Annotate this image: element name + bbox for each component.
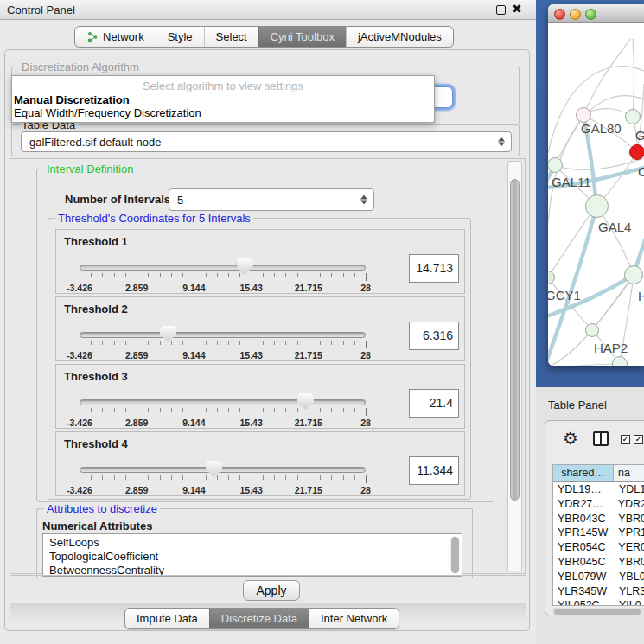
network-node-bottom[interactable] xyxy=(612,356,628,366)
attributes-group: Attributes to discretize Numerical Attri… xyxy=(36,508,473,579)
node-label: GAL11 xyxy=(552,175,591,189)
checkbox-icon[interactable]: ✓ xyxy=(621,435,630,444)
tab-discretize-data[interactable]: Discretize Data xyxy=(209,609,309,628)
threshold-4-panel: Threshold 4 -3.426 2.859 9.144 15.43 21.… xyxy=(55,431,465,496)
top-tab-bar: Network Style Select Cyni Toolbox jActiv… xyxy=(74,26,454,48)
network-canvas[interactable]: GAL80 G C GAL11 GAL4 GCY1 H HAP2 xyxy=(548,23,644,366)
node-label: GAL80 xyxy=(581,121,622,136)
threshold-4-slider[interactable]: -3.426 2.859 9.144 15.43 21.715 28 xyxy=(80,461,366,501)
table-row[interactable]: YIL052CYIL0 xyxy=(553,598,644,606)
threshold-value-field[interactable]: 21.4 xyxy=(409,389,459,418)
table-panel-region: Table Panel ⚙ ✓ ✓ shared… na YDL19…YDL1 … xyxy=(536,387,644,644)
float-window-icon[interactable] xyxy=(496,5,506,15)
table-data-combobox[interactable]: galFiltered.sif default node xyxy=(21,131,512,152)
tick-label: 2.859 xyxy=(125,283,148,293)
network-icon xyxy=(86,31,99,43)
group-title: Interval Definition xyxy=(44,163,136,175)
threshold-2-panel: Threshold 2 -3.426 2.859 9.144 15.43 21.… xyxy=(55,296,465,361)
apply-button[interactable]: Apply xyxy=(243,580,300,601)
tick-label: 2.859 xyxy=(125,350,148,360)
numerical-attributes-list[interactable]: SelfLoops TopologicalCoefficient Between… xyxy=(42,533,462,577)
threshold-value-field[interactable]: 6.316 xyxy=(409,322,459,350)
node-attribute-table[interactable]: shared… na YDL19…YDL1 YDR27…YDR2 YBR043C… xyxy=(552,464,644,606)
table-row[interactable]: YPR145WYPR1 xyxy=(553,526,644,540)
threshold-1-panel: Threshold 1 -3.426 2.859 9.144 15.43 21.… xyxy=(55,229,465,294)
threshold-value-field[interactable]: 11.344 xyxy=(409,456,459,485)
threshold-value-field[interactable]: 14.713 xyxy=(409,254,459,283)
column-header-shared[interactable]: shared… xyxy=(553,465,614,481)
slider-ticks xyxy=(80,408,367,417)
tick-label: 28 xyxy=(360,350,371,360)
close-icon[interactable]: ✖ xyxy=(512,2,522,16)
zoom-traffic-light-icon[interactable] xyxy=(585,9,596,20)
tick-label: 28 xyxy=(360,418,371,428)
table-row[interactable]: YBL079WYBL0 xyxy=(553,570,644,584)
tick-label: 9.144 xyxy=(182,485,205,495)
tick-label: 21.715 xyxy=(295,283,322,293)
list-item[interactable]: SelfLoops xyxy=(49,536,462,550)
panel-title: Control Panel xyxy=(7,3,75,16)
tab-impute-data[interactable]: Impute Data xyxy=(125,609,209,628)
table-row[interactable]: YDR27…YDR2 xyxy=(553,497,644,512)
slider-ticks xyxy=(80,341,367,349)
network-node-h[interactable] xyxy=(624,265,643,284)
node-label: GCY1 xyxy=(548,288,581,303)
cyni-toolbox-panel: Discretization Algorithm Select algorith… xyxy=(4,49,530,631)
threshold-2-slider[interactable]: -3.426 2.859 9.144 15.43 21.715 28 xyxy=(80,326,366,366)
option-equal-width-frequency[interactable]: Equal Width/Frequency Discretization xyxy=(14,106,201,119)
column-header-name[interactable]: na xyxy=(614,465,644,481)
minimize-traffic-light-icon[interactable] xyxy=(570,9,581,20)
threshold-1-slider[interactable]: -3.426 2.859 9.144 15.43 21.715 28 xyxy=(80,258,366,298)
list-item[interactable]: TopologicalCoefficient xyxy=(49,550,462,564)
network-node-top-right[interactable] xyxy=(625,109,641,124)
network-window-titlebar[interactable] xyxy=(548,4,644,23)
scrollbar-thumb[interactable] xyxy=(510,179,520,501)
threshold-coordinates-group: Threshold's Coordinates for 5 Intervals … xyxy=(48,218,471,500)
gear-icon[interactable]: ⚙ xyxy=(563,428,578,449)
table-row[interactable]: YLR345WYLR3 xyxy=(553,584,644,599)
desktop-background: GAL80 G C GAL11 GAL4 GCY1 H HAP2 xyxy=(536,0,644,387)
tab-cyni-toolbox[interactable]: Cyni Toolbox xyxy=(258,27,346,47)
slider-track[interactable] xyxy=(80,399,366,405)
table-data-group: Table Data galFiltered.sif default node xyxy=(11,124,520,156)
num-intervals-combobox[interactable]: 5 xyxy=(169,188,374,211)
tick-label: -3.426 xyxy=(67,485,92,495)
node-label: HAP2 xyxy=(594,341,628,355)
network-node-selected-red[interactable] xyxy=(629,144,644,160)
tab-infer-network[interactable]: Infer Network xyxy=(309,609,399,628)
settings-scrollbar[interactable] xyxy=(507,161,522,571)
table-row[interactable]: YBR043CYBR0 xyxy=(553,512,644,526)
table-row[interactable]: YER054CYER0 xyxy=(553,540,644,555)
slider-track[interactable] xyxy=(80,265,366,271)
node-label: GAL4 xyxy=(598,220,631,234)
combo-stepper-icon xyxy=(360,195,367,205)
tab-style[interactable]: Style xyxy=(156,27,204,47)
threshold-3-slider[interactable]: -3.426 2.859 9.144 15.43 21.715 28 xyxy=(80,393,366,433)
table-panel-title: Table Panel xyxy=(548,399,607,411)
slider-track[interactable] xyxy=(80,332,366,338)
num-intervals-label: Number of Intervals xyxy=(65,193,170,206)
split-view-icon[interactable] xyxy=(593,431,609,446)
option-manual-discretization[interactable]: Manual Discretization xyxy=(14,93,130,106)
list-scrollbar[interactable] xyxy=(450,536,460,574)
close-traffic-light-icon[interactable] xyxy=(554,9,565,20)
checkbox-icon[interactable]: ✓ xyxy=(634,435,643,444)
tab-jactivemnodules[interactable]: jActiveMNodules xyxy=(346,27,453,47)
network-view-window[interactable]: GAL80 G C GAL11 GAL4 GCY1 H HAP2 xyxy=(548,4,644,366)
network-node-hap2[interactable] xyxy=(585,323,599,337)
tick-label: 15.43 xyxy=(239,283,262,293)
table-horizontal-scrollbar[interactable] xyxy=(552,608,644,615)
table-row[interactable]: YDL19…YDL1 xyxy=(553,482,644,497)
tab-select[interactable]: Select xyxy=(204,27,258,47)
network-node-gal4[interactable] xyxy=(585,194,609,218)
algorithm-dropdown-popup: Select algorithm to view settings Manual… xyxy=(11,75,435,123)
group-title: Discretization Algorithm xyxy=(19,61,142,73)
table-header-row: shared… na xyxy=(553,465,644,482)
table-row[interactable]: YBR045CYBR0 xyxy=(553,555,644,570)
tick-label: 15.43 xyxy=(239,485,262,495)
scrollbar-thumb[interactable] xyxy=(554,609,641,615)
tab-network[interactable]: Network xyxy=(75,27,156,47)
tick-label: 2.859 xyxy=(125,418,148,428)
slider-ticks xyxy=(80,273,367,282)
slider-track[interactable] xyxy=(80,467,366,473)
